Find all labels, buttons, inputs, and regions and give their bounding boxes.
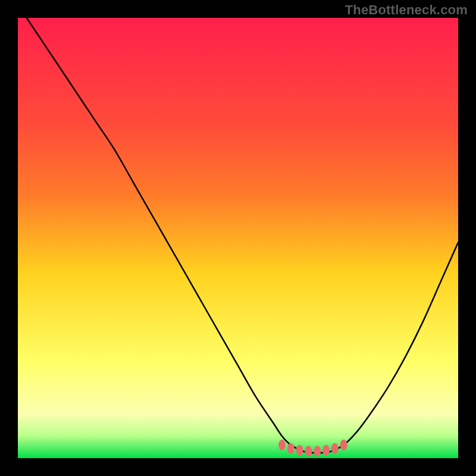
marker-dot <box>331 443 339 454</box>
marker-dot <box>305 446 312 456</box>
watermark: TheBottleneck.com <box>345 2 468 18</box>
chart-frame: TheBottleneck.com <box>0 0 476 476</box>
marker-dot <box>287 443 295 454</box>
marker-dot <box>278 440 286 450</box>
bottleneck-chart <box>18 18 458 458</box>
marker-dot <box>340 440 347 450</box>
marker-dot <box>322 445 330 456</box>
marker-dot <box>296 445 303 456</box>
gradient-background <box>18 18 458 458</box>
marker-dot <box>314 446 321 456</box>
